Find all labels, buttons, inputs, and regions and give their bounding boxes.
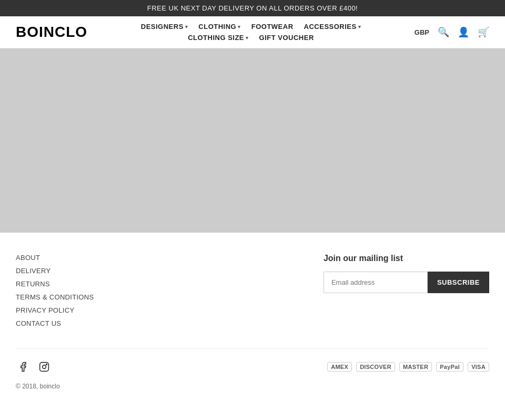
mailing-title: Join our mailing list	[324, 254, 489, 263]
subscribe-button[interactable]: SUBSCRIBE	[428, 272, 489, 293]
paypal-icon: PayPal	[436, 362, 463, 372]
site-header: BOINCLO DESIGNERS ▾ CLOTHING ▾ FOOTWEAR …	[0, 16, 505, 48]
mastercard-icon: MASTER	[399, 362, 432, 372]
footer-link-returns[interactable]: RETURNS	[16, 280, 94, 288]
login-icon[interactable]: 👤	[458, 26, 469, 38]
footer-link-delivery[interactable]: DELIVERY	[16, 267, 94, 275]
nav-row-1: DESIGNERS ▾ CLOTHING ▾ FOOTWEAR ACCESSOR…	[141, 23, 361, 31]
footer-links: ABOUT DELIVERY RETURNS TERMS & CONDITION…	[16, 254, 94, 327]
nav-accessories[interactable]: ACCESSORIES ▾	[304, 23, 361, 31]
discover-icon: DISCOVER	[356, 362, 395, 372]
chevron-down-icon: ▾	[185, 24, 188, 29]
logo-text: BOINCLO	[16, 24, 87, 40]
nav-designers[interactable]: DESIGNERS ▾	[141, 23, 188, 31]
footer-link-privacy[interactable]: PRIVACY POLICY	[16, 306, 94, 314]
instagram-icon[interactable]	[37, 359, 52, 374]
header-actions: GBP 🔍 👤 🛒	[415, 26, 489, 38]
social-icons	[16, 359, 52, 374]
footer-mailing-section: Join our mailing list SUBSCRIBE	[324, 254, 489, 327]
email-input[interactable]	[324, 272, 428, 293]
nav-clothing[interactable]: CLOTHING ▾	[198, 23, 240, 31]
copyright-text: © 2018, boinclo	[16, 383, 489, 390]
site-footer: ABOUT DELIVERY RETURNS TERMS & CONDITION…	[0, 233, 505, 401]
nav-clothing-size[interactable]: CLOTHING SIZE ▾	[188, 34, 248, 42]
chevron-down-icon: ▾	[238, 24, 241, 29]
hero-image	[0, 48, 505, 233]
visa-icon: VISA	[468, 362, 489, 372]
cart-icon[interactable]: 🛒	[478, 26, 489, 38]
chevron-down-icon: ▾	[246, 35, 249, 41]
amex-icon: AMEX	[327, 362, 352, 372]
currency-selector[interactable]: GBP	[415, 28, 429, 36]
footer-link-terms[interactable]: TERMS & CONDITIONS	[16, 293, 94, 301]
svg-point-2	[46, 364, 47, 365]
promo-text: FREE UK NEXT DAY DELIVERY ON ALL ORDERS …	[147, 4, 358, 12]
svg-point-1	[43, 365, 46, 369]
promo-banner: FREE UK NEXT DAY DELIVERY ON ALL ORDERS …	[0, 0, 505, 16]
mailing-form: SUBSCRIBE	[324, 272, 489, 293]
search-icon[interactable]: 🔍	[438, 26, 449, 38]
payment-icons: AMEX DISCOVER MASTER PayPal VISA	[327, 362, 489, 372]
main-navigation: DESIGNERS ▾ CLOTHING ▾ FOOTWEAR ACCESSOR…	[141, 23, 361, 42]
nav-row-2: CLOTHING SIZE ▾ GIFT VOUCHER	[188, 34, 314, 42]
svg-rect-0	[40, 363, 49, 372]
footer-link-about[interactable]: ABOUT	[16, 254, 94, 262]
site-logo[interactable]: BOINCLO	[16, 24, 87, 41]
nav-footwear[interactable]: FOOTWEAR	[251, 23, 294, 31]
chevron-down-icon: ▾	[358, 24, 361, 29]
footer-link-contact[interactable]: CONTACT US	[16, 319, 94, 327]
nav-gift-voucher[interactable]: GIFT VOUCHER	[259, 34, 314, 42]
footer-bottom: AMEX DISCOVER MASTER PayPal VISA	[16, 348, 489, 374]
facebook-icon[interactable]	[16, 359, 31, 374]
footer-content: ABOUT DELIVERY RETURNS TERMS & CONDITION…	[16, 254, 489, 327]
